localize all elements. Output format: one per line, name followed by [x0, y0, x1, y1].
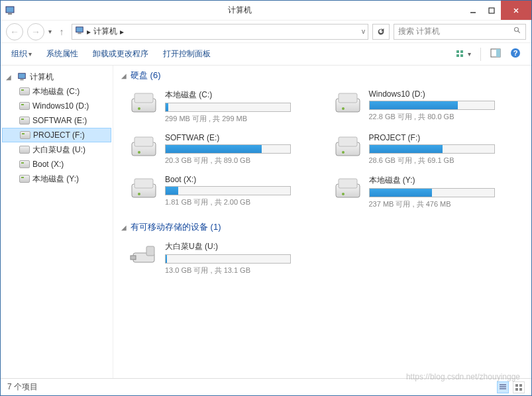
drive-stats: 28.6 GB 可用 , 共 69.1 GB — [369, 156, 524, 166]
svg-point-37 — [342, 193, 345, 195]
sidebar-item-label: PROJECT (F:) — [33, 130, 85, 140]
svg-line-9 — [518, 31, 520, 33]
tiles-view-button[interactable] — [513, 381, 525, 393]
drive-tile[interactable]: 本地磁盘 (C:)299 MB 可用 , 共 299 MB — [129, 87, 320, 130]
drive-tile[interactable]: SOFTWAR (E:)20.3 GB 可用 , 共 89.0 GB — [129, 130, 320, 172]
navbar: ← → ▾ ↑ ▸ 计算机 ▸ v 搜索 计算机 — [1, 21, 531, 43]
svg-point-25 — [342, 107, 345, 110]
drive-tile[interactable]: PROJECT (F:)28.6 GB 可用 , 共 69.1 GB — [333, 130, 524, 172]
chevron-down-icon: ◢ — [121, 72, 127, 79]
hard-drive-icon — [20, 131, 30, 139]
svg-rect-24 — [339, 93, 357, 103]
app-icon — [5, 5, 15, 16]
svg-rect-39 — [131, 256, 136, 260]
back-button[interactable]: ← — [6, 23, 23, 40]
details-view-button[interactable] — [497, 381, 509, 393]
refresh-button[interactable] — [372, 24, 390, 40]
sidebar-item-1[interactable]: Windows10 (D:) — [1, 99, 113, 113]
drive-usage-bar — [369, 101, 495, 110]
sidebar-item-3[interactable]: PROJECT (F:) — [2, 128, 111, 142]
svg-point-8 — [515, 28, 519, 32]
svg-rect-13 — [460, 54, 463, 57]
group-title: 有可移动存储的设备 (1) — [131, 221, 221, 233]
svg-rect-30 — [339, 137, 357, 146]
drive-tile[interactable]: 本地磁盘 (Y:)237 MB 可用 , 共 476 MB — [333, 172, 524, 216]
svg-rect-47 — [519, 388, 522, 391]
drive-stats: 1.81 GB 可用 , 共 2.00 GB — [165, 197, 320, 207]
drive-tile[interactable]: Boot (X:)1.81 GB 可用 , 共 2.00 GB — [129, 172, 320, 216]
address-bar[interactable]: ▸ 计算机 ▸ v — [72, 24, 368, 40]
svg-rect-10 — [456, 50, 459, 53]
sidebar-item-label: 本地磁盘 (C:) — [32, 86, 80, 97]
watermark: https://blog.csdn.net/zhouyingge — [406, 372, 520, 381]
group-header[interactable]: ◢有可移动存储的设备 (1) — [121, 221, 523, 233]
sidebar-item-2[interactable]: SOFTWAR (E:) — [1, 113, 113, 128]
drive-usage-bar — [369, 188, 495, 197]
svg-rect-3 — [489, 8, 494, 13]
sidebar-item-4[interactable]: 大白菜U盘 (U:) — [1, 142, 113, 157]
addressbar-icon — [75, 26, 84, 37]
hard-drive-icon — [333, 89, 362, 116]
svg-text:?: ? — [513, 49, 518, 57]
content-area: ◢硬盘 (6)本地磁盘 (C:)299 MB 可用 , 共 299 MBWind… — [113, 66, 531, 378]
breadcrumb-separator: ▸ — [120, 27, 124, 36]
drive-tile[interactable]: 大白菜U盘 (U:)13.0 GB 可用 , 共 13.1 GB — [129, 238, 320, 282]
svg-rect-0 — [6, 7, 14, 13]
drive-stats: 237 MB 可用 , 共 476 MB — [369, 199, 524, 209]
history-dropdown[interactable]: ▾ — [48, 28, 52, 35]
group-header[interactable]: ◢硬盘 (6) — [121, 70, 523, 81]
svg-rect-19 — [20, 79, 23, 81]
organize-menu[interactable]: 组织 ▾ — [11, 48, 32, 60]
svg-rect-36 — [339, 179, 357, 188]
svg-rect-21 — [134, 93, 153, 103]
svg-point-34 — [138, 193, 140, 195]
maximize-button[interactable] — [482, 1, 501, 20]
help-button[interactable]: ? — [510, 48, 521, 60]
hard-drive-icon — [333, 175, 362, 201]
hard-drive-icon — [333, 133, 362, 160]
window-controls — [464, 1, 531, 20]
sidebar-item-6[interactable]: 本地磁盘 (Y:) — [1, 172, 113, 186]
search-icon — [513, 26, 521, 36]
drive-name: 本地磁盘 (C:) — [165, 89, 320, 101]
search-input[interactable]: 搜索 计算机 — [394, 24, 526, 40]
hard-drive-icon — [129, 175, 158, 201]
drive-name: 本地磁盘 (Y:) — [369, 175, 524, 186]
sidebar-item-label: Windows10 (D:) — [32, 101, 89, 111]
preview-pane-button[interactable] — [490, 48, 501, 60]
sidebar-root-computer[interactable]: ◢ 计算机 — [1, 70, 113, 84]
sidebar: ◢ 计算机 本地磁盘 (C:)Windows10 (D:)SOFTWAR (E:… — [1, 66, 113, 378]
drive-usage-bar — [165, 144, 291, 154]
sidebar-item-5[interactable]: Boot (X:) — [1, 157, 113, 172]
minimize-button[interactable] — [464, 1, 482, 20]
chevron-down-icon[interactable]: ◢ — [6, 74, 14, 81]
chevron-down-icon: ◢ — [121, 224, 127, 231]
drive-name: Windows10 (D:) — [369, 89, 524, 99]
hard-drive-icon — [19, 87, 30, 95]
drive-usage-bar — [165, 254, 291, 264]
svg-rect-27 — [134, 137, 153, 146]
svg-rect-15 — [496, 49, 500, 57]
control-panel-button[interactable]: 打开控制面板 — [163, 48, 211, 60]
breadcrumb-separator: ▸ — [87, 27, 91, 36]
up-button[interactable]: ↑ — [56, 26, 68, 37]
drive-tile[interactable]: Windows10 (D:)22.8 GB 可用 , 共 80.0 GB — [333, 87, 524, 130]
close-button[interactable] — [501, 1, 531, 20]
forward-button[interactable]: → — [27, 23, 44, 40]
breadcrumb[interactable]: 计算机 — [93, 26, 117, 37]
hard-drive-icon — [19, 175, 30, 183]
svg-rect-44 — [515, 384, 518, 387]
group-title: 硬盘 (6) — [131, 70, 161, 81]
svg-rect-33 — [134, 179, 153, 188]
drive-name: 大白菜U盘 (U:) — [165, 241, 320, 252]
view-options-button[interactable]: ▾ — [456, 49, 471, 60]
sidebar-item-0[interactable]: 本地磁盘 (C:) — [1, 84, 113, 99]
uninstall-button[interactable]: 卸载或更改程序 — [93, 48, 148, 60]
system-properties-button[interactable]: 系统属性 — [46, 48, 78, 60]
svg-point-28 — [138, 151, 140, 154]
window-title: 计算机 — [15, 5, 464, 16]
address-dropdown[interactable]: v — [362, 28, 365, 35]
drive-usage-bar — [165, 103, 291, 112]
svg-rect-12 — [456, 54, 459, 57]
svg-rect-6 — [76, 27, 83, 32]
